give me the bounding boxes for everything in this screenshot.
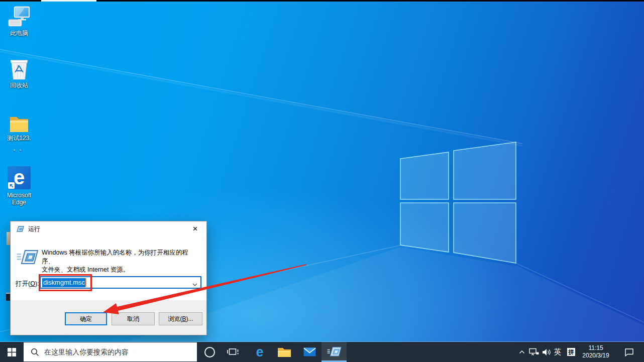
search-icon: [31, 348, 39, 356]
run-dialog-description: Windows 将根据你所输入的名称，为你打开相应的程序、 文件夹、文档或 In…: [42, 249, 197, 274]
run-dialog-title: 运行: [28, 225, 40, 233]
mail-button[interactable]: [299, 342, 319, 362]
windows-start-icon: [8, 348, 16, 356]
desktop-icon-label-line2: 。。: [0, 145, 38, 152]
desktop-icon-label-line2: Edge: [0, 199, 38, 206]
taskbar: e: [0, 342, 644, 362]
desktop-icon-label: 回收站: [0, 82, 38, 89]
this-pc-icon: [0, 6, 38, 28]
clock-time: 11:15: [588, 344, 603, 352]
taskbar-clock[interactable]: 11:15 2020/3/19: [579, 342, 612, 362]
background-window-sliver: [0, 0, 644, 2]
dropdown-chevron-icon[interactable]: [192, 281, 197, 288]
cancel-button[interactable]: 取消: [112, 312, 155, 325]
open-label: 打开(O):: [16, 280, 39, 288]
close-icon[interactable]: ×: [184, 221, 206, 236]
action-center-button[interactable]: [620, 342, 638, 362]
folder-icon: [0, 115, 38, 133]
mail-icon: [303, 347, 316, 356]
run-taskbar-icon: [327, 346, 342, 358]
volume-tray-button[interactable]: [541, 342, 553, 362]
desktop-icon-label: 测试123.: [0, 135, 38, 142]
browse-button[interactable]: 浏览(B)...: [159, 312, 202, 325]
network-tray-button[interactable]: [528, 342, 540, 362]
desktop-icon-recycle-bin[interactable]: 回收站: [0, 57, 38, 89]
tray-expand-button[interactable]: [516, 342, 527, 362]
edge-icon: e: [8, 166, 31, 189]
run-dialog-footer: 确定 取消 浏览(B)...: [11, 300, 206, 335]
text-caret: [85, 278, 86, 287]
ime-mode-indicator[interactable]: 拼: [565, 342, 577, 362]
run-taskbar-button[interactable]: [321, 342, 347, 362]
file-explorer-button[interactable]: [274, 342, 294, 362]
desktop-icon-label: Microsoft: [0, 192, 38, 199]
run-dialog: 运行 × Windows 将根据你所输入的名称，为你打开相应的程序、 文件夹、文…: [10, 221, 207, 335]
recycle-bin-icon: [0, 57, 38, 80]
clock-date: 2020/3/19: [582, 352, 609, 359]
chevron-up-icon: [519, 350, 525, 354]
taskbar-search[interactable]: [24, 342, 197, 361]
run-icon-large: [16, 249, 39, 268]
cortana-icon: [204, 347, 215, 357]
search-input[interactable]: [43, 347, 197, 356]
edge-icon: e: [256, 345, 263, 359]
desktop-icon-microsoft-edge[interactable]: e Microsoft Edge: [0, 166, 38, 206]
ime-language-indicator[interactable]: 英: [552, 342, 564, 362]
desktop-icon-label: 此电脑: [0, 30, 38, 37]
file-explorer-icon: [277, 346, 291, 357]
task-view-icon: [227, 347, 239, 356]
partial-desktop-icon: [6, 293, 10, 301]
start-button[interactable]: [0, 342, 24, 362]
cortana-button[interactable]: [199, 342, 220, 362]
speaker-icon: [542, 348, 552, 356]
ok-button[interactable]: 确定: [65, 312, 107, 325]
ime-pinyin-icon: 拼: [567, 348, 575, 356]
run-command-value: diskmgmt.msc: [42, 278, 85, 287]
desktop-icon-test-folder[interactable]: 测试123. 。。: [0, 115, 38, 152]
background-window-sliver-light: [41, 0, 96, 2]
desktop-icon-this-pc[interactable]: 此电脑: [0, 6, 38, 37]
task-view-button[interactable]: [223, 342, 243, 362]
network-icon: [529, 348, 539, 356]
run-dialog-titlebar[interactable]: 运行 ×: [11, 221, 206, 236]
edge-taskbar-button[interactable]: e: [250, 342, 270, 362]
run-command-input[interactable]: diskmgmt.msc: [40, 276, 201, 289]
shortcut-arrow-icon: [8, 182, 15, 189]
action-center-icon: [624, 348, 634, 356]
run-icon: [16, 226, 24, 232]
partial-desktop-icon: [7, 232, 10, 245]
